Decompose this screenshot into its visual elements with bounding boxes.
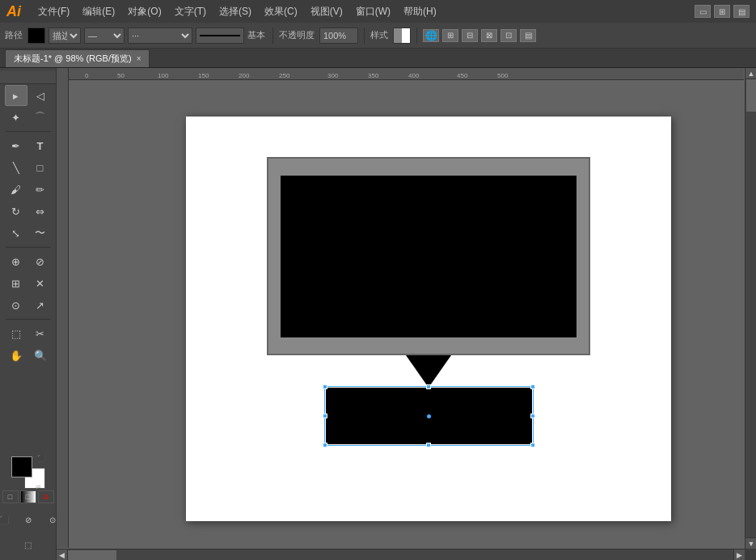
- vertical-scrollbar[interactable]: ▲ ▼: [745, 68, 756, 549]
- type-tool[interactable]: T: [29, 135, 52, 156]
- tool-row-8: ⊕ ⊘: [5, 251, 52, 272]
- toolbar-arrange-5[interactable]: ▤: [520, 29, 536, 42]
- toolbar-arrange-3[interactable]: ⊠: [481, 29, 497, 42]
- opacity-input[interactable]: [319, 28, 358, 44]
- color-mode-btn[interactable]: □: [2, 490, 19, 503]
- hand-tool[interactable]: ✋: [5, 345, 27, 366]
- tool-row-7: ⤡ 〜: [5, 223, 52, 244]
- scroll-h-track[interactable]: [68, 549, 733, 560]
- scroll-up-button[interactable]: ▲: [745, 68, 756, 79]
- monitor-base[interactable]: [326, 388, 532, 444]
- color-swatches-area: ⇄ ⬛ □ □ ⊘: [2, 453, 54, 507]
- toolbar-arrange-1[interactable]: ⊞: [442, 29, 458, 42]
- perspective-grid-tool[interactable]: ⊞: [5, 273, 27, 294]
- menu-window[interactable]: 窗口(W): [350, 3, 396, 20]
- tool-row-4: ╲ □: [5, 157, 52, 178]
- toolbar-arrange-2[interactable]: ⊟: [462, 29, 478, 42]
- slice-tool[interactable]: ✂: [29, 323, 52, 344]
- zoom-tool[interactable]: 🔍: [29, 345, 52, 366]
- menu-edit[interactable]: 编辑(E): [77, 3, 120, 20]
- tab-title: 未标题-1* @ 98% (RGB/预览): [14, 53, 132, 65]
- options-toolbar: 路径 描边 — ··· 基本 不透明度 样式 🌐 ⊞ ⊟ ⊠ ⊡ ▤: [0, 23, 756, 49]
- pencil-tool[interactable]: ✏: [29, 179, 52, 200]
- fill-swatch[interactable]: [27, 28, 45, 44]
- opacity-label: 不透明度: [279, 29, 315, 41]
- tool-sep-3: [6, 319, 51, 320]
- warp-tool[interactable]: 〜: [29, 223, 52, 244]
- canvas-workspace: [186, 117, 671, 521]
- path-label: 路径: [5, 29, 23, 41]
- canvas-area[interactable]: 0 50 100 150 200 250 300 350 400 450 500: [57, 68, 756, 560]
- free-transform-tool[interactable]: ⊕: [5, 251, 27, 272]
- tool-row-6: ↻ ⇔: [5, 201, 52, 222]
- panel-icon-2[interactable]: ⊘: [17, 509, 40, 530]
- panel-icon-1[interactable]: ⬛: [0, 509, 15, 530]
- tool-row-9: ⊞ ✕: [5, 273, 52, 294]
- scroll-track[interactable]: [745, 79, 756, 537]
- menu-effect[interactable]: 效果(C): [259, 3, 303, 20]
- horizontal-scrollbar[interactable]: ◀ ▶: [57, 549, 745, 560]
- eyedropper-tool[interactable]: ✕: [29, 273, 52, 294]
- tool-row-5: 🖌 ✏: [5, 179, 52, 200]
- stroke-type-select[interactable]: 描边: [49, 28, 81, 44]
- menu-object[interactable]: 对象(O): [122, 3, 167, 20]
- gradient-mode-btn[interactable]: □: [20, 490, 36, 503]
- fg-bg-swatch[interactable]: ⇄ ⬛: [11, 456, 45, 489]
- scroll-h-thumb[interactable]: [68, 550, 116, 560]
- lasso-tool[interactable]: ⌒: [29, 107, 52, 128]
- win-grid[interactable]: ⊞: [714, 5, 730, 18]
- scale-tool[interactable]: ⤡: [5, 223, 27, 244]
- rotate-tool[interactable]: ↻: [5, 201, 27, 222]
- menu-select[interactable]: 选择(S): [213, 3, 257, 20]
- paintbrush-tool[interactable]: 🖌: [5, 179, 27, 200]
- tool-row-11: ⬚ ✂: [5, 323, 52, 344]
- tool-sep-1: [6, 131, 51, 132]
- menu-text[interactable]: 文字(T): [169, 3, 212, 20]
- bottom-panel-icons: ⬛ ⊘ ⊙: [0, 507, 57, 532]
- artboard-tool[interactable]: ⬚: [5, 323, 27, 344]
- scroll-left-button[interactable]: ◀: [57, 549, 68, 560]
- monitor-frame: [267, 157, 590, 355]
- toolbar-globe[interactable]: 🌐: [423, 29, 439, 42]
- tool-row-3: ✒ T: [5, 135, 52, 156]
- blend-tool[interactable]: ⊙: [5, 295, 27, 316]
- scroll-right-button[interactable]: ▶: [733, 549, 745, 560]
- stroke-basic-label: 基本: [247, 29, 265, 41]
- scroll-down-button[interactable]: ▼: [745, 537, 756, 549]
- stroke-width-select[interactable]: —: [84, 28, 125, 44]
- tab-close-button[interactable]: ×: [137, 54, 141, 63]
- selection-tool[interactable]: ▸: [5, 85, 27, 106]
- none-mode-btn[interactable]: ⊘: [38, 490, 54, 503]
- magic-wand-tool[interactable]: ✦: [5, 107, 27, 128]
- swap-colors-icon[interactable]: ⇄: [36, 483, 41, 490]
- graph-tool[interactable]: ↗: [29, 295, 52, 316]
- rect-tool[interactable]: □: [29, 157, 52, 178]
- panel-icon-3[interactable]: ⊙: [41, 509, 57, 530]
- style-preview[interactable]: [393, 28, 411, 44]
- win-minimize[interactable]: ▭: [695, 5, 711, 18]
- default-colors-icon[interactable]: ⬛: [37, 455, 45, 462]
- direct-selection-tool[interactable]: ◁: [29, 85, 52, 106]
- panel-top-spacer: [0, 71, 56, 84]
- win-panel[interactable]: ▤: [733, 5, 750, 18]
- foreground-color-swatch[interactable]: [11, 456, 32, 477]
- line-tool[interactable]: ╲: [5, 157, 27, 178]
- color-modes: □ □ ⊘: [2, 490, 54, 503]
- menu-file[interactable]: 文件(F): [32, 3, 75, 20]
- monitor-neck: [406, 355, 451, 388]
- panel-icon-4[interactable]: ⬚: [5, 534, 52, 555]
- reflect-tool[interactable]: ⇔: [29, 201, 52, 222]
- pen-tool[interactable]: ✒: [5, 135, 27, 156]
- shape-builder-tool[interactable]: ⊘: [29, 251, 52, 272]
- menu-view[interactable]: 视图(V): [305, 3, 348, 20]
- tool-row-1: ▸ ◁: [5, 85, 52, 106]
- toolbar-sep-2: [364, 28, 365, 44]
- tool-row-12: ✋ 🔍: [5, 345, 52, 366]
- menu-help[interactable]: 帮助(H): [398, 3, 442, 20]
- tab-document-1[interactable]: 未标题-1* @ 98% (RGB/预览) ×: [5, 49, 150, 67]
- menu-bar: 文件(F) 编辑(E) 对象(O) 文字(T) 选择(S) 效果(C) 视图(V…: [32, 3, 442, 20]
- stroke-style-select[interactable]: ···: [128, 28, 192, 44]
- toolbar-arrange-4[interactable]: ⊡: [500, 29, 517, 42]
- scroll-thumb[interactable]: [746, 79, 756, 112]
- stroke-line-preview: [196, 28, 244, 44]
